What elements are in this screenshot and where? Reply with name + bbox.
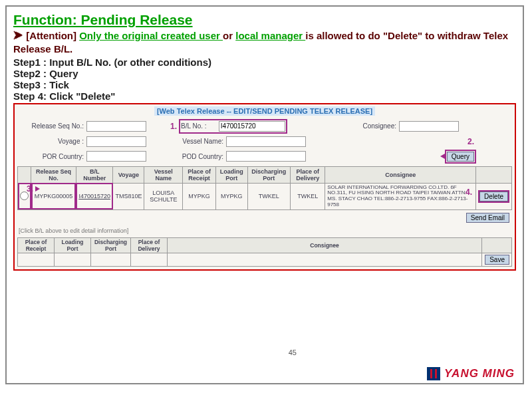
cell-del: TWKEL (291, 183, 325, 209)
label-consignee: Consignee: (343, 122, 396, 130)
cell-load: MYPKG (215, 183, 247, 209)
link-local-manager: local manager (235, 30, 305, 41)
por-country-input[interactable] (86, 151, 146, 162)
label-bl-no: B/L No. : (181, 122, 214, 130)
page-number: 45 (289, 348, 297, 356)
th-cons: Consignee (325, 166, 476, 183)
arrow-to-query (440, 154, 445, 159)
lower-table: Place of Receipt Loading Port Dischargin… (17, 237, 512, 267)
callout-2: 2. (467, 137, 474, 146)
send-email-button[interactable]: Send Email (466, 213, 509, 223)
th-seq: Release Seq No. (31, 166, 76, 183)
attention-mid: or (223, 30, 235, 41)
label-voyage: Voyage : (17, 138, 84, 145)
app-window: [Web Telex Release -- EDIT/SEND PENDING … (13, 103, 516, 271)
cell-bl-link[interactable]: I470015720 (78, 193, 110, 200)
th-del: Place of Delivery (291, 166, 325, 183)
bl-no-input[interactable] (219, 121, 285, 132)
step-3: Step3 : Tick (7, 79, 523, 90)
th-por: Place of Receipt (183, 166, 216, 183)
lth-load: Loading Port (55, 237, 91, 253)
label-pod-country: POD Country: (170, 153, 223, 160)
link-original-user: Only the original created user (79, 30, 223, 41)
cell-consignee: SOLAR INTERNATIONAL FORWARDING CO.LTD. 6… (325, 183, 476, 209)
delete-button[interactable]: Delete (479, 192, 508, 201)
pod-country-input[interactable] (226, 151, 306, 162)
label-vessel: Vessel Name: (170, 138, 223, 145)
hint-text: [Click B/L above to edit detail informat… (17, 225, 512, 236)
brand-text: YANG MING (444, 367, 515, 380)
results-table: Release Seq No. B/L Number Voyage Vessel… (17, 166, 512, 210)
attention-lead: ⮞ [Attention] (13, 30, 79, 41)
callout-4: 4. (466, 188, 472, 197)
th-load: Loading Port (215, 166, 247, 183)
query-button[interactable]: Query (447, 152, 474, 162)
step-1: Step1 : Input B/L No. (or other conditio… (7, 57, 523, 68)
logo-icon (427, 367, 440, 380)
slide: Function: Pending Release ⮞ [Attention] … (5, 5, 524, 384)
attention-line: ⮞ [Attention] Only the original created … (7, 29, 523, 57)
label-release-seq: Release Seq No.: (17, 122, 84, 130)
lth-del: Place of Delivery (131, 237, 168, 253)
callout-1: 1. (170, 122, 177, 131)
consignee-input[interactable] (399, 121, 459, 132)
cell-por: MYPKG (183, 183, 216, 209)
app-title: [Web Telex Release -- EDIT/SEND PENDING … (17, 107, 512, 115)
step-2: Step2 : Query (7, 68, 523, 79)
lth-dis: Discharging Port (91, 237, 131, 253)
lth-por: Place of Receipt (18, 237, 55, 253)
cell-voyage: TMS810E (113, 183, 144, 209)
voyage-input[interactable] (86, 136, 146, 147)
th-bl: B/L Number (76, 166, 112, 183)
cell-dis: TWKEL (247, 183, 291, 209)
page-title: Function: Pending Release (7, 7, 523, 29)
th-vessel: Vessel Name (144, 166, 183, 183)
cell-vessel: LOUISA SCHULTE (144, 183, 183, 209)
vessel-input[interactable] (226, 136, 306, 147)
th-dis: Discharging Port (247, 166, 291, 183)
table-row: MYPKG00005 I470015720 TMS810E LOUISA SCH… (18, 183, 512, 209)
brand-logo: YANG MING (427, 367, 515, 380)
step-4: Step 4: Click "Delete" (7, 90, 523, 102)
label-por-country: POR Country: (17, 153, 84, 160)
th-voyage: Voyage (113, 166, 144, 183)
row-radio[interactable] (20, 192, 29, 200)
lth-cons: Consignee (168, 237, 482, 253)
save-button[interactable]: Save (485, 255, 509, 265)
release-seq-input[interactable] (86, 121, 146, 132)
